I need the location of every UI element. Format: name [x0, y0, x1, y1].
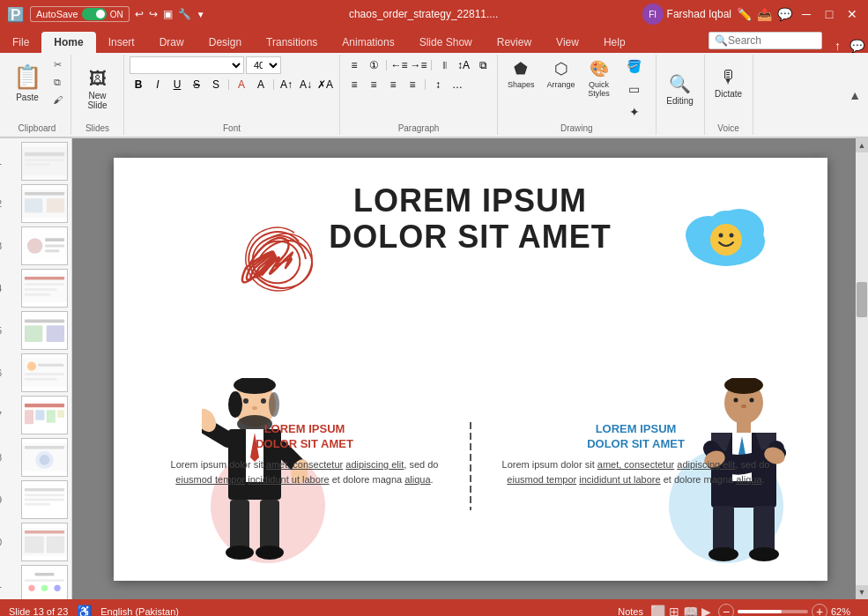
slide-item-3[interactable]: 3 [4, 226, 68, 265]
scroll-up-button[interactable]: ▲ [856, 138, 868, 152]
slide-sorter-icon[interactable]: ⊞ [669, 605, 679, 616]
font-size-select[interactable]: 40 [246, 56, 281, 74]
font-family-select[interactable] [130, 56, 244, 74]
underline-button[interactable]: U [168, 76, 186, 93]
convert-smartart-button[interactable]: ⧉ [474, 56, 492, 74]
present-icon[interactable]: ▣ [163, 8, 173, 20]
normal-view-icon[interactable]: ⬜ [650, 605, 665, 616]
collapse-ribbon-icon[interactable]: ▲ [849, 88, 861, 102]
align-center-button[interactable]: ≡ [365, 76, 382, 93]
italic-button[interactable]: I [149, 76, 167, 93]
slide-thumb-4[interactable] [21, 269, 68, 308]
bold-button[interactable]: B [130, 76, 147, 93]
search-box[interactable]: 🔍 [708, 32, 822, 49]
autosave-toggle[interactable] [82, 8, 107, 20]
undo-icon[interactable]: ↩ [135, 8, 144, 20]
slide-item-4[interactable]: 4 [4, 269, 68, 308]
tab-design[interactable]: Design [197, 32, 254, 53]
tab-slideshow[interactable]: Slide Show [407, 32, 485, 53]
copy-button[interactable]: ⧉ [49, 74, 65, 90]
align-right-button[interactable]: ≡ [384, 76, 402, 93]
new-slide-button[interactable]: 🖼 New Slide [82, 63, 114, 115]
format-painter-button[interactable]: 🖌 [49, 92, 65, 108]
slide-thumb-6[interactable] [21, 353, 68, 392]
slide-thumb-1[interactable] [21, 142, 68, 181]
presentation-view-icon[interactable]: ▶ [701, 605, 711, 616]
more-tools-icon[interactable]: 🔧 [178, 8, 191, 20]
justify-button[interactable]: ≡ [404, 76, 421, 93]
reading-view-icon[interactable]: 📖 [683, 605, 698, 616]
slide-item-7[interactable]: 7 [4, 396, 68, 434]
slide-item-10[interactable]: 10 [4, 523, 68, 561]
search-input[interactable] [728, 34, 816, 47]
paste-button[interactable]: 📋 Paste [9, 56, 46, 109]
scroll-down-button[interactable]: ▼ [856, 585, 868, 599]
slide-item-2[interactable]: 2 [4, 184, 68, 223]
slide-item-8[interactable]: 8 [4, 438, 68, 477]
slide-thumb-3[interactable] [21, 226, 68, 265]
slide-item-11[interactable]: 11 [4, 565, 68, 599]
increase-indent-button[interactable]: →≡ [410, 56, 427, 74]
tab-view[interactable]: View [544, 32, 591, 53]
slide-item-1[interactable]: 1 [4, 142, 68, 181]
editing-button[interactable]: 🔍 Editing [662, 63, 698, 115]
language-info[interactable]: English (Pakistan) [100, 606, 179, 616]
zoom-level[interactable]: 62% [831, 606, 859, 616]
dropdown-arrow-icon[interactable]: ▼ [197, 10, 205, 19]
tab-file[interactable]: File [0, 32, 41, 53]
text-direction-button[interactable]: ↕A [455, 56, 472, 74]
shape-effects-button[interactable]: ✦ [619, 102, 650, 122]
tab-animations[interactable]: Animations [330, 32, 406, 53]
line-spacing-button[interactable]: ↕ [429, 76, 447, 93]
clear-format-button[interactable]: ✗A [316, 76, 334, 93]
shape-fill-button[interactable]: 🪣 [619, 56, 650, 76]
tab-home[interactable]: Home [41, 32, 95, 53]
more-paragraph-button[interactable]: … [449, 76, 466, 93]
zoom-in-button[interactable]: + [812, 604, 827, 616]
strikethrough-button[interactable]: S [188, 76, 205, 93]
comments-ribbon-icon[interactable]: 💬 [849, 39, 864, 53]
minimize-button[interactable]: ─ [798, 5, 815, 23]
tab-transitions[interactable]: Transitions [254, 32, 330, 53]
increase-font-button[interactable]: A↑ [278, 76, 295, 93]
numbering-button[interactable]: ① [365, 56, 382, 74]
accessibility-icon[interactable]: ♿ [77, 605, 92, 616]
tab-review[interactable]: Review [485, 32, 544, 53]
slide-thumb-5[interactable] [21, 311, 68, 350]
slide-item-6[interactable]: 6 [4, 353, 68, 392]
cut-button[interactable]: ✂ [49, 56, 65, 72]
slide-thumb-10[interactable] [21, 523, 68, 561]
slide-item-9[interactable]: 9 [4, 480, 68, 519]
decrease-font-button[interactable]: A↓ [297, 76, 315, 93]
text-highlight-button[interactable]: A [252, 76, 270, 93]
bullets-button[interactable]: ≡ [345, 56, 363, 74]
dictate-button[interactable]: 🎙 Dictate [710, 56, 746, 109]
arrange-button[interactable]: ⬡ Arrange [543, 56, 580, 92]
decrease-indent-button[interactable]: ←≡ [390, 56, 408, 74]
shadow-button[interactable]: S [207, 76, 225, 93]
slide-thumb-11[interactable] [21, 565, 68, 599]
shape-outline-button[interactable]: ▭ [619, 79, 650, 99]
slide-thumb-9[interactable] [21, 480, 68, 519]
tab-help[interactable]: Help [591, 32, 638, 53]
font-color-button[interactable]: A [233, 76, 250, 93]
quick-styles-button[interactable]: 🎨 Quick Styles [583, 56, 615, 100]
maximize-button[interactable]: □ [820, 5, 838, 23]
notes-button[interactable]: Notes [618, 606, 643, 616]
tab-draw[interactable]: Draw [147, 32, 197, 53]
shapes-button[interactable]: ⬟ Shapes [503, 56, 539, 92]
close-button[interactable]: ✕ [843, 5, 861, 23]
slide-thumb-2[interactable] [21, 184, 68, 223]
zoom-slider[interactable] [738, 610, 808, 613]
share-ribbon-icon[interactable]: ↑ [835, 39, 841, 53]
pen-icon[interactable]: ✏️ [737, 7, 752, 21]
scrollbar-thumb[interactable] [857, 282, 867, 317]
share-icon[interactable]: 📤 [757, 7, 772, 21]
comments-icon[interactable]: 💬 [777, 7, 792, 21]
tab-insert[interactable]: Insert [96, 32, 147, 53]
align-left-button[interactable]: ≡ [345, 76, 363, 93]
slide-item-5[interactable]: 5 [4, 311, 68, 350]
zoom-out-button[interactable]: − [718, 604, 734, 616]
redo-icon[interactable]: ↪ [149, 8, 158, 20]
slide-thumb-7[interactable] [21, 396, 68, 434]
